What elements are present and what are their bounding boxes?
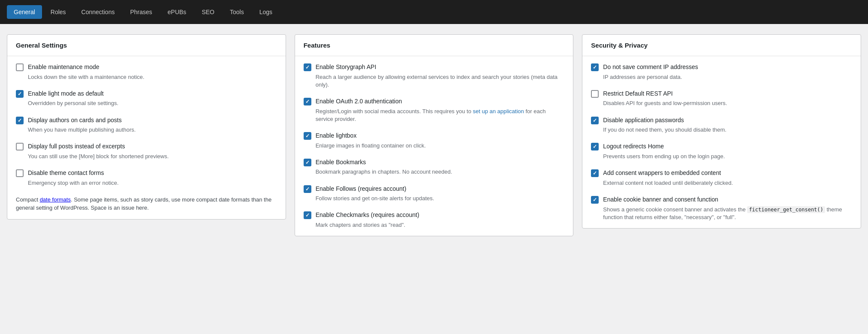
checkbox-cookie-banner[interactable]: ✓ xyxy=(591,196,599,204)
checkbox-restrict-rest-api[interactable] xyxy=(591,90,599,98)
desc-logout-redirects-home: Prevents users from ending up on the log… xyxy=(603,153,852,160)
desc-checkmarks: Mark chapters and stories as "read". xyxy=(316,221,565,229)
label-light-mode: Enable light mode as default xyxy=(28,90,104,98)
compact-text: Compact date formats. Some page items, s… xyxy=(16,196,277,212)
label-restrict-rest-api: Restrict Default REST API xyxy=(603,90,672,98)
security-card: Security & Privacy ✓ Do not save comment… xyxy=(582,34,861,229)
setting-full-posts: Display full posts instead of excerpts Y… xyxy=(16,142,277,160)
label-cookie-banner: Enable cookie banner and consent functio… xyxy=(603,196,718,204)
desc-disable-app-passwords: If you do not need them, you should disa… xyxy=(603,126,852,134)
label-checkmarks: Enable Checkmarks (requires account) xyxy=(316,211,419,220)
nav-tab-tools[interactable]: Tools xyxy=(223,5,251,19)
desc-display-authors: When you have multiple publishing author… xyxy=(28,126,277,134)
setting-bookmarks: ✓ Enable Bookmarks Bookmark paragraphs i… xyxy=(304,158,565,176)
security-title: Security & Privacy xyxy=(582,35,861,56)
setting-consent-wrappers: ✓ Add consent wrappers to embedded conte… xyxy=(591,169,852,187)
desc-maintenance-mode: Locks down the site with a maintenance n… xyxy=(28,73,277,81)
main-content: General Settings Enable maintenance mode… xyxy=(0,24,868,247)
desc-oauth: Register/Login with social media account… xyxy=(316,108,565,123)
label-maintenance-mode: Enable maintenance mode xyxy=(28,63,99,72)
nav-tab-epubs[interactable]: ePUBs xyxy=(161,5,193,19)
desc-disable-contact-forms: Emergency stop with an error notice. xyxy=(28,179,277,187)
desc-storygraph: Reach a larger audience by allowing exte… xyxy=(316,73,565,89)
label-bookmarks: Enable Bookmarks xyxy=(316,158,366,167)
checkbox-full-posts[interactable] xyxy=(16,143,24,150)
checkbox-follows[interactable]: ✓ xyxy=(304,185,311,193)
label-consent-wrappers: Add consent wrappers to embedded content xyxy=(603,169,721,178)
checkbox-logout-redirects-home[interactable]: ✓ xyxy=(591,143,599,150)
label-no-comment-ip: Do not save comment IP addresses xyxy=(603,63,698,72)
checkbox-no-comment-ip[interactable]: ✓ xyxy=(591,63,599,71)
setting-cookie-banner: ✓ Enable cookie banner and consent funct… xyxy=(591,196,852,221)
label-oauth: Enable OAuth 2.0 authentication xyxy=(316,97,402,106)
setting-checkmarks: ✓ Enable Checkmarks (requires account) M… xyxy=(304,211,565,229)
fictioneer-get-consent-code: fictioneer_get_consent() xyxy=(747,206,825,213)
checkbox-checkmarks[interactable]: ✓ xyxy=(304,211,311,219)
desc-follows: Follow stories and get on-site alerts fo… xyxy=(316,195,565,202)
label-disable-app-passwords: Disable application passwords xyxy=(603,116,684,125)
checkbox-storygraph[interactable]: ✓ xyxy=(304,63,311,71)
label-lightbox: Enable lightbox xyxy=(316,132,357,140)
general-settings-title: General Settings xyxy=(7,35,286,56)
desc-consent-wrappers: External content not loaded until delibe… xyxy=(603,179,852,187)
desc-no-comment-ip: IP addresses are personal data. xyxy=(603,73,852,81)
label-full-posts: Display full posts instead of excerpts xyxy=(28,142,125,151)
features-title: Features xyxy=(295,35,573,56)
label-logout-redirects-home: Logout redirects Home xyxy=(603,142,664,151)
checkbox-display-authors[interactable]: ✓ xyxy=(16,117,24,124)
checkbox-light-mode[interactable]: ✓ xyxy=(16,90,24,98)
desc-light-mode: Overridden by personal site settings. xyxy=(28,99,277,107)
date-formats-link[interactable]: date formats xyxy=(40,196,71,203)
nav-tab-connections[interactable]: Connections xyxy=(75,5,122,19)
setting-lightbox: ✓ Enable lightbox Enlarge images in floa… xyxy=(304,132,565,150)
nav-tab-general[interactable]: General xyxy=(7,5,42,19)
checkbox-maintenance-mode[interactable] xyxy=(16,63,24,71)
label-disable-contact-forms: Disable theme contact forms xyxy=(28,169,104,178)
checkbox-bookmarks[interactable]: ✓ xyxy=(304,159,311,166)
checkbox-consent-wrappers[interactable]: ✓ xyxy=(591,169,599,177)
checkbox-oauth[interactable]: ✓ xyxy=(304,98,311,105)
desc-bookmarks: Bookmark paragraphs in chapters. No acco… xyxy=(316,168,565,176)
setting-no-comment-ip: ✓ Do not save comment IP addresses IP ad… xyxy=(591,63,852,81)
checkbox-lightbox[interactable]: ✓ xyxy=(304,132,311,140)
nav-tab-seo[interactable]: SEO xyxy=(195,5,221,19)
setting-disable-app-passwords: ✓ Disable application passwords If you d… xyxy=(591,116,852,134)
desc-full-posts: You can still use the [More] block for s… xyxy=(28,153,277,160)
setting-disable-contact-forms: Disable theme contact forms Emergency st… xyxy=(16,169,277,187)
checkbox-disable-app-passwords[interactable]: ✓ xyxy=(591,117,599,124)
general-settings-body: Enable maintenance mode Locks down the s… xyxy=(7,56,286,219)
nav-tab-logs[interactable]: Logs xyxy=(253,5,279,19)
nav-bar: GeneralRolesConnectionsPhrasesePUBsSEOTo… xyxy=(0,0,868,24)
general-settings-card: General Settings Enable maintenance mode… xyxy=(7,34,286,220)
desc-restrict-rest-api: Disables API for guests and low-permissi… xyxy=(603,99,852,107)
label-follows: Enable Follows (requires account) xyxy=(316,185,407,193)
setting-light-mode: ✓ Enable light mode as default Overridde… xyxy=(16,90,277,108)
features-card: Features ✓ Enable Storygraph API Reach a… xyxy=(295,34,574,236)
desc-lightbox: Enlarge images in floating container on … xyxy=(316,142,565,150)
nav-tab-phrases[interactable]: Phrases xyxy=(123,5,159,19)
checkbox-disable-contact-forms[interactable] xyxy=(16,169,24,177)
label-storygraph: Enable Storygraph API xyxy=(316,63,377,72)
setting-storygraph: ✓ Enable Storygraph API Reach a larger a… xyxy=(304,63,565,89)
setting-follows: ✓ Enable Follows (requires account) Foll… xyxy=(304,185,565,203)
desc-cookie-banner: Shows a generic cookie consent banner an… xyxy=(603,206,852,221)
features-body: ✓ Enable Storygraph API Reach a larger a… xyxy=(295,56,573,236)
setting-oauth: ✓ Enable OAuth 2.0 authentication Regist… xyxy=(304,97,565,123)
nav-tab-roles[interactable]: Roles xyxy=(44,5,73,19)
setting-maintenance-mode: Enable maintenance mode Locks down the s… xyxy=(16,63,277,81)
setting-restrict-rest-api: Restrict Default REST API Disables API f… xyxy=(591,90,852,108)
setting-logout-redirects-home: ✓ Logout redirects Home Prevents users f… xyxy=(591,142,852,160)
setting-display-authors: ✓ Display authors on cards and posts Whe… xyxy=(16,116,277,134)
set-up-application-link[interactable]: set up an application xyxy=(473,108,524,114)
label-display-authors: Display authors on cards and posts xyxy=(28,116,122,125)
security-body: ✓ Do not save comment IP addresses IP ad… xyxy=(582,56,861,228)
